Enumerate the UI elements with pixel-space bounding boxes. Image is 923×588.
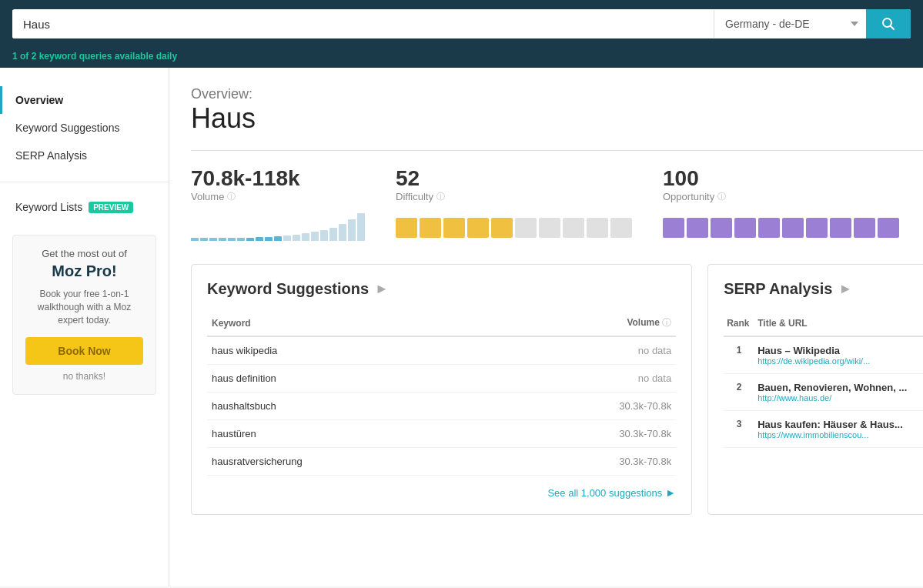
- table-row: haus definitionno data: [207, 365, 676, 393]
- serp-title-text: Haus kaufen: Häuser & Haus...: [757, 419, 923, 430]
- serp-url-text[interactable]: http://www.haus.de/: [757, 393, 923, 403]
- search-input[interactable]: [12, 10, 714, 38]
- keyword-suggestions-title: Keyword Suggestions ►: [207, 280, 676, 298]
- volume-bar: [283, 236, 291, 241]
- volume-info-icon[interactable]: ⓘ: [227, 191, 236, 202]
- kw-keyword-cell: haus definition: [207, 365, 497, 393]
- difficulty-bar: [587, 218, 608, 238]
- kw-keyword-cell: haustüren: [207, 420, 497, 448]
- serp-title-text: Haus – Wikipedia: [757, 345, 923, 356]
- metric-difficulty: 52 Difficulty ⓘ: [396, 166, 632, 241]
- sidebar-item-label: Overview: [15, 94, 63, 106]
- svg-line-1: [891, 26, 895, 30]
- header: Germany - de-DE United States - en-US Un…: [0, 0, 923, 48]
- opportunity-value: 100: [663, 166, 899, 191]
- metric-volume: 70.8k-118k Volume ⓘ: [191, 166, 365, 241]
- difficulty-bar: [610, 218, 632, 238]
- difficulty-bar: [515, 218, 537, 238]
- kw-volume-cell: no data: [497, 336, 676, 365]
- serp-analysis-panel: SERP Analysis ► Rank Title & URL PA ⓘ DA…: [707, 264, 923, 515]
- sidebar-item-label: SERP Analysis: [15, 149, 87, 162]
- difficulty-bar: [443, 218, 465, 238]
- volume-bar: [200, 238, 208, 241]
- kw-keyword-cell: haus wikipedia: [207, 336, 497, 365]
- keyword-suggestions-table: Keyword Volume ⓘ haus wikipediano dataha…: [207, 310, 676, 476]
- volume-bar: [357, 213, 365, 241]
- opportunity-bar: [854, 218, 875, 238]
- search-button[interactable]: [866, 9, 911, 38]
- opportunity-bar: [734, 218, 756, 238]
- serp-title-cell: Haus kaufen: Häuser & Haus...https://www…: [754, 411, 923, 448]
- kw-col-keyword: Keyword: [207, 310, 497, 336]
- kw-volume-cell: 30.3k-70.8k: [497, 448, 676, 476]
- serp-table: Rank Title & URL PA ⓘ DA ⓘ 1Haus – Wikip…: [724, 310, 923, 448]
- page-title: Haus: [191, 102, 923, 135]
- keyword-suggestions-panel: Keyword Suggestions ► Keyword Volume ⓘ h…: [191, 264, 692, 515]
- kw-keyword-cell: hausratversicherung: [207, 448, 497, 476]
- opportunity-chart: [663, 210, 899, 238]
- serp-title-text: Bauen, Renovieren, Wohnen, ...: [757, 382, 923, 393]
- table-row: hausratversicherung30.3k-70.8k: [207, 448, 676, 476]
- kw-col-volume: Volume ⓘ: [497, 310, 676, 336]
- serp-analysis-title: SERP Analysis ►: [724, 280, 923, 298]
- keyword-suggestions-navigate-icon[interactable]: ►: [375, 281, 389, 297]
- promo-description: Book your free 1-on-1 walkthough with a …: [25, 288, 143, 326]
- opportunity-bar: [830, 218, 851, 238]
- layout: Overview Keyword Suggestions SERP Analys…: [0, 68, 923, 586]
- serp-url-text[interactable]: https://www.immobilienscou...: [757, 430, 923, 439]
- see-full-analysis-link[interactable]: See full analysis ►: [724, 459, 923, 471]
- book-now-button[interactable]: Book Now: [25, 337, 143, 365]
- serp-title-cell: Bauen, Renovieren, Wohnen, ...http://www…: [754, 374, 923, 411]
- sidebar-keyword-lists[interactable]: Keyword Lists PREVIEW: [0, 195, 169, 219]
- see-all-icon: ►: [665, 486, 676, 499]
- serp-analysis-navigate-icon[interactable]: ►: [838, 281, 852, 297]
- volume-bar: [219, 238, 226, 241]
- promo-brand: Moz Pro!: [25, 262, 143, 280]
- promo-intro: Get the most out of: [25, 248, 143, 259]
- serp-url-text[interactable]: https://de.wikipedia.org/wiki/...: [757, 356, 923, 366]
- panels-row: Keyword Suggestions ► Keyword Volume ⓘ h…: [191, 264, 923, 515]
- difficulty-info-icon[interactable]: ⓘ: [436, 191, 445, 202]
- metrics-row: 70.8k-118k Volume ⓘ 52 Difficulty ⓘ: [191, 166, 923, 241]
- difficulty-chart: [396, 210, 632, 238]
- sidebar: Overview Keyword Suggestions SERP Analys…: [0, 68, 169, 586]
- serp-rank-cell: 3: [724, 411, 754, 448]
- difficulty-bar: [539, 218, 560, 238]
- difficulty-bar: [563, 218, 584, 238]
- opportunity-bar: [687, 218, 708, 238]
- opportunity-bar: [663, 218, 684, 238]
- opportunity-bar: [782, 218, 804, 238]
- search-icon: [881, 17, 895, 31]
- overview-label: Overview:: [191, 86, 923, 102]
- opportunity-bar: [806, 218, 828, 238]
- serp-rank-cell: 1: [724, 336, 754, 374]
- see-all-suggestions-link[interactable]: See all 1,000 suggestions ►: [207, 486, 676, 499]
- opportunity-bar: [758, 218, 780, 238]
- table-row: haustüren30.3k-70.8k: [207, 420, 676, 448]
- opportunity-info-icon[interactable]: ⓘ: [717, 191, 726, 202]
- serp-col-rank: Rank: [724, 310, 754, 336]
- serp-title-cell: Haus – Wikipediahttps://de.wikipedia.org…: [754, 336, 923, 374]
- sidebar-item-serp-analysis[interactable]: SERP Analysis: [0, 142, 169, 169]
- difficulty-bar: [420, 218, 441, 238]
- sidebar-item-label: Keyword Suggestions: [15, 122, 119, 134]
- search-bar: Germany - de-DE United States - en-US Un…: [12, 9, 911, 38]
- sidebar-promo: Get the most out of Moz Pro! Book your f…: [12, 235, 156, 395]
- volume-bar: [256, 237, 263, 241]
- volume-bar: [329, 228, 337, 241]
- preview-badge: PREVIEW: [89, 202, 133, 213]
- volume-bar: [320, 230, 328, 241]
- volume-bar: [339, 224, 346, 241]
- locale-select[interactable]: Germany - de-DE United States - en-US Un…: [714, 10, 866, 38]
- no-thanks-link[interactable]: no thanks!: [25, 371, 143, 382]
- difficulty-bar: [491, 218, 513, 238]
- table-row: haushaltsbuch30.3k-70.8k: [207, 393, 676, 420]
- volume-bar: [293, 235, 300, 241]
- sidebar-item-keyword-suggestions[interactable]: Keyword Suggestions: [0, 114, 169, 142]
- opportunity-bar: [711, 218, 732, 238]
- sidebar-item-overview[interactable]: Overview: [0, 86, 169, 114]
- difficulty-bar: [396, 218, 417, 238]
- volume-value: 70.8k-118k: [191, 166, 365, 191]
- serp-rank-cell: 2: [724, 374, 754, 411]
- quota-text: 1 of 2 keyword queries available daily: [12, 51, 177, 62]
